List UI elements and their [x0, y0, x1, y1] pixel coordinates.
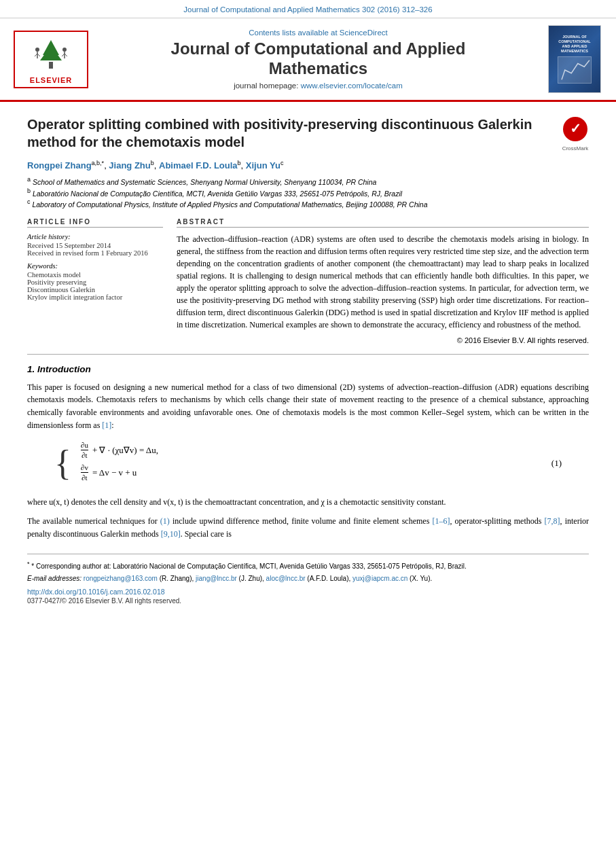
journal-center: Contents lists available at ScienceDirec…	[88, 29, 548, 90]
email-aloc[interactable]: aloc@lncc.br	[266, 575, 306, 582]
article-info-column: ARTICLE INFO Article history: Received 1…	[27, 218, 163, 344]
article-info-abstract: ARTICLE INFO Article history: Received 1…	[27, 218, 589, 344]
affiliation-c: c Laboratory of Computational Physics, I…	[27, 198, 589, 209]
abstract-text: The advection–diffusion–reaction (ADR) s…	[177, 233, 589, 331]
crossmark-badge[interactable]: ✓ CrossMark	[562, 115, 589, 151]
article-title: Operator splitting combined with positiv…	[27, 115, 551, 151]
article-title-section: Operator splitting combined with positiv…	[27, 115, 589, 151]
eq-row-2: ∂v ∂t = Δv − v + u	[79, 463, 551, 482]
email-rongpei[interactable]: rongpeizhang@163.com	[84, 575, 158, 582]
journal-title: Journal of Computational and AppliedMath…	[102, 39, 535, 79]
ref-1-inline[interactable]: (1)	[160, 516, 170, 526]
affiliations: a School of Mathematics and Systematic S…	[27, 176, 589, 209]
email-jiang[interactable]: jiang@lncc.br	[196, 575, 237, 582]
sciencedirect-link[interactable]: ScienceDirect	[340, 29, 388, 37]
keyword-3: Discontinuous Galerkin	[27, 286, 163, 293]
elsevier-tree-icon	[31, 35, 71, 72]
equation-number: (1)	[551, 458, 562, 469]
article-history: Article history: Received 15 September 2…	[27, 233, 163, 257]
author-abimael: Abimael F.D. Loula	[159, 160, 238, 171]
keywords-label: Keywords:	[27, 262, 163, 270]
ref-9-10[interactable]: [9,10]	[161, 529, 181, 539]
history-label: Article history:	[27, 233, 163, 240]
issn-line: 0377-0427/© 2016 Elsevier B.V. All right…	[27, 597, 589, 605]
svg-text:✓: ✓	[570, 121, 581, 136]
journal-homepage: journal homepage: www.elsevier.com/locat…	[102, 82, 535, 90]
eq-row-1: ∂u ∂t + ∇ · (χu∇v) = Δu,	[79, 441, 551, 459]
article-info-header: ARTICLE INFO	[27, 218, 163, 228]
elsevier-label: ELSEVIER	[18, 76, 84, 84]
homepage-url[interactable]: www.elsevier.com/locate/cam	[301, 82, 403, 90]
affiliation-b: b Laboratório Nacional de Computação Cie…	[27, 187, 589, 198]
equation-system: ∂u ∂t + ∇ · (χu∇v) = Δu, ∂v ∂t = Δv − v …	[79, 441, 551, 486]
keywords-section: Keywords: Chemotaxis model Positivity pr…	[27, 262, 163, 301]
footnote-star: * * Corresponding author at: Laboratório…	[27, 560, 589, 571]
keyword-4: Krylov implicit integration factor	[27, 293, 163, 301]
ref-1-6[interactable]: [1–6]	[432, 516, 450, 526]
equation-brace: {	[54, 446, 71, 481]
journal-cover: JOURNAL OFCOMPUTATIONALAND APPLIEDMATHEM…	[548, 25, 602, 93]
keyword-2: Positivity preserving	[27, 279, 163, 286]
ref-1-link[interactable]: [1]	[102, 420, 111, 430]
footnotes: * * Corresponding author at: Laboratório…	[27, 554, 589, 604]
authors-line: Rongpei Zhanga,b,*, Jiang Zhub, Abimael …	[27, 160, 589, 171]
abstract-header: ABSTRACT	[177, 218, 589, 228]
received-revised-date: Received in revised form 1 February 2016	[27, 249, 163, 257]
journal-reference-link[interactable]: Journal of Computational and Applied Mat…	[183, 5, 432, 14]
abstract-column: ABSTRACT The advection–diffusion–reactio…	[177, 218, 589, 344]
elsevier-logo: ELSEVIER	[14, 31, 88, 88]
cover-thumbnail: JOURNAL OFCOMPUTATIONALAND APPLIEDMATHEM…	[548, 25, 601, 93]
author-jiang: Jiang Zhu	[109, 160, 150, 171]
svg-rect-1	[49, 62, 53, 69]
svg-point-8	[62, 48, 67, 52]
ref-7-8[interactable]: [7,8]	[545, 516, 560, 526]
section-divider	[27, 354, 589, 355]
contents-line: Contents lists available at ScienceDirec…	[102, 29, 535, 37]
author-xijun: Xijun Yu	[246, 160, 280, 171]
svg-point-4	[35, 48, 39, 52]
section-1-para1: This paper is focused on designing a new…	[27, 381, 589, 431]
article-body: Operator splitting combined with positiv…	[0, 102, 616, 618]
equation-1-block: { ∂u ∂t + ∇ · (χu∇v) = Δu, ∂v ∂	[27, 441, 589, 486]
doi-link[interactable]: http://dx.doi.org/10.1016/j.cam.2016.02.…	[27, 588, 165, 596]
journal-reference-bar: Journal of Computational and Applied Mat…	[0, 0, 616, 18]
author-rongpei: Rongpei Zhang	[27, 160, 92, 171]
footnote-emails: E-mail addresses: rongpeizhang@163.com (…	[27, 574, 589, 584]
email-yuxj[interactable]: yuxj@iapcm.ac.cn	[352, 575, 407, 582]
section-1-para3: The available numerical techniques for (…	[27, 515, 589, 540]
section-1-title: 1. Introduction	[27, 364, 589, 374]
journal-header: ELSEVIER Contents lists available at Sci…	[0, 18, 616, 102]
section-1-para2: where u(x, t) denotes the cell density a…	[27, 496, 589, 509]
crossmark-label: CrossMark	[562, 145, 589, 151]
copyright-line: © 2016 Elsevier B.V. All rights reserved…	[177, 336, 589, 344]
crossmark-icon: ✓	[562, 115, 589, 143]
received-date: Received 15 September 2014	[27, 242, 163, 249]
doi-line: http://dx.doi.org/10.1016/j.cam.2016.02.…	[27, 588, 589, 596]
svg-rect-12	[558, 57, 591, 83]
affiliation-a: a School of Mathematics and Systematic S…	[27, 176, 589, 186]
keyword-1: Chemotaxis model	[27, 271, 163, 279]
